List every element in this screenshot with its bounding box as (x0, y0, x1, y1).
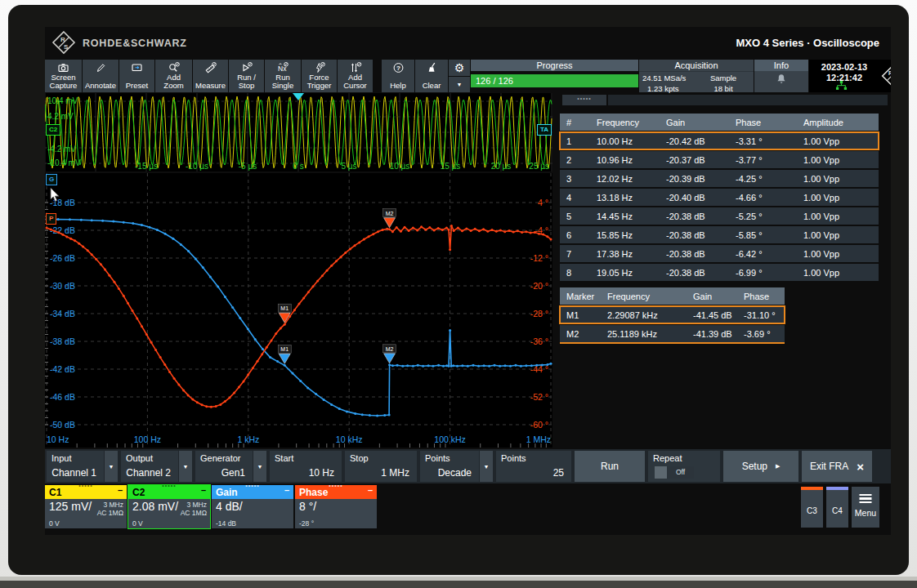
wave-y-label: 10.4 mV (47, 96, 78, 105)
phase-tick-label: -36 ° (530, 336, 548, 346)
table-row[interactable]: M12.29087 kHz-41.45 dB-31.10 ° (560, 306, 785, 323)
table-header: #FrequencyGainPhaseAmplitude (560, 114, 879, 131)
channel2-tile[interactable]: C2 ••••• – 2.08 mV/ 3 MHzAC 1MΩ 0 V (128, 485, 210, 528)
channel3-button[interactable]: C3 (801, 487, 823, 528)
phase-offset: -28 ° (299, 519, 314, 528)
run-button[interactable]: Run (575, 451, 645, 482)
preset-display-icon (131, 62, 143, 74)
table-row[interactable]: M225.1189 kHz-41.39 dB-3.69 ° (560, 325, 785, 342)
trigger-position-icon[interactable] (293, 93, 304, 100)
rs-mini-logo-icon: RS (881, 65, 891, 87)
channel1-tile[interactable]: C1 ••••• – 125 mV/ 3 MHzAC 1MΩ 0 V (45, 485, 127, 528)
stop-frequency-field[interactable]: Stop 1 MHz (345, 451, 417, 482)
acquisition-title: Acquisition (639, 60, 754, 72)
gain-trace-badge[interactable]: G (46, 174, 57, 185)
fra-bode-chart-panel[interactable]: -18 dB-22 dB-26 dB-30 dB-34 dB-38 dB-42 … (45, 173, 552, 448)
exit-fra-button[interactable]: Exit FRA × (802, 451, 872, 482)
phase-tile[interactable]: Phase ••••• – 8 °/ -28 ° (295, 485, 377, 528)
add-cursor-button[interactable]: Add Cursor (338, 60, 373, 92)
toggle-state: Off (667, 466, 694, 479)
table-row[interactable]: 110.00 Hz-20.42 dB-3.31 °1.00 Vpp (560, 132, 879, 149)
minimize-icon[interactable]: – (368, 485, 373, 495)
run-stop-button[interactable]: Run / Stop (229, 60, 264, 92)
marker-m2-icon[interactable] (384, 218, 396, 228)
setup-button[interactable]: Setup ▶ (723, 451, 798, 482)
table-row[interactable]: 514.45 Hz-20.38 dB-5.25 °1.00 Vpp (560, 207, 879, 225)
channel4-button[interactable]: C4 (826, 487, 848, 528)
screen-capture-button[interactable]: Screen Capture (45, 60, 82, 92)
output-select[interactable]: Output Channel 2 (121, 451, 178, 482)
sample-rate: 24.51 MSa/s (642, 74, 696, 82)
measure-button[interactable]: Measure (193, 60, 228, 92)
minimize-icon[interactable]: – (284, 485, 289, 495)
channel2-trace-badge[interactable]: C2 (46, 124, 60, 136)
start-frequency-field[interactable]: Start 10 Hz (270, 451, 342, 482)
record-length: 1.23 kpts (642, 84, 696, 93)
repeat-toggle[interactable]: Off (655, 466, 694, 479)
clear-button[interactable]: Clear (415, 60, 448, 92)
marker-m2-icon[interactable] (384, 354, 396, 363)
grip-dots: ••••• (245, 483, 259, 488)
phase-tick-label: -52 ° (530, 392, 548, 402)
table-row[interactable]: 210.96 Hz-20.37 dB-3.77 °1.00 Vpp (560, 151, 879, 168)
minimize-icon[interactable]: – (201, 485, 206, 495)
gain-tile[interactable]: Gain ••••• – 4 dB/ -14 dB (212, 485, 293, 528)
device-bezel: R S ROHDE&SCHWARZ MXO 4 Series · Oscillo… (8, 5, 909, 575)
points-mode-select[interactable]: Points Decade (420, 451, 479, 482)
wave-x-label: 0 s (293, 162, 303, 171)
run-single-button[interactable]: Nx Run Single (265, 60, 301, 92)
datetime-block[interactable]: 2023-02-13 12:21:42 RS (809, 60, 891, 92)
grip-dots: ••••• (329, 483, 342, 488)
date-text: 2023-02-13 (812, 62, 876, 72)
broom-icon (426, 62, 438, 74)
channel2-label: C2 (132, 487, 145, 498)
help-icon: ? (392, 62, 405, 74)
frequency-tick-label: 100 Hz (134, 434, 161, 444)
marker-m1-icon[interactable] (279, 354, 290, 363)
annotate-button[interactable]: Annotate (83, 60, 119, 92)
gain-curve (47, 220, 551, 416)
phase-tick-label: 4 ° (538, 198, 548, 207)
force-trigger-button[interactable]: Force Trigger (302, 60, 337, 92)
gear-icon[interactable]: ⚙ (449, 60, 470, 76)
table-row[interactable]: 615.85 Hz-20.38 dB-5.85 °1.00 Vpp (560, 226, 879, 243)
wave-x-label: 15 µs (441, 162, 461, 171)
svg-text:?: ? (396, 65, 400, 72)
results-panel-grip[interactable]: ••••• (562, 95, 606, 105)
trigger-a-badge[interactable]: TA (537, 124, 552, 136)
menu-button[interactable]: Menu (852, 487, 879, 528)
repeat-control: Repeat Off (648, 451, 720, 482)
input-select[interactable]: Input Channel 1 (47, 451, 104, 482)
svg-text:S: S (64, 43, 69, 51)
phase-trace-badge[interactable]: P (46, 213, 56, 225)
table-row[interactable]: 413.18 Hz-20.40 dB-4.66 °1.00 Vpp (560, 189, 879, 206)
bell-icon (775, 73, 788, 86)
svg-text:M1: M1 (280, 305, 289, 311)
zoom-magnifier-icon (168, 62, 181, 74)
table-row[interactable]: 717.38 Hz-20.38 dB-6.42 °1.00 Vpp (560, 245, 879, 262)
acquisition-block: Acquisition 24.51 MSa/s Sample 1.23 kpts… (639, 60, 754, 92)
minimize-icon[interactable]: – (118, 485, 123, 495)
generator-select[interactable]: Generator Gen1 (195, 451, 253, 482)
wave-x-label: 20 µs (491, 162, 512, 171)
table-row[interactable]: 312.02 Hz-20.39 dB-4.25 °1.00 Vpp (560, 170, 879, 187)
brand-text: ROHDE&SCHWARZ (83, 38, 187, 49)
points-count-field[interactable]: Points 25 (496, 451, 571, 482)
add-zoom-button[interactable]: Add Zoom (155, 60, 192, 92)
output-dropdown-chevron-icon[interactable]: ▼ (179, 451, 192, 482)
svg-text:M1: M1 (280, 346, 289, 352)
acquisition-waveform-panel[interactable]: 10.4 mV4.2 mV-4.2 mV-10.4 mV-15 µs-10 µs… (45, 93, 552, 172)
generator-dropdown-chevron-icon[interactable]: ▼ (253, 451, 266, 482)
toolbar-expand-chevron-icon[interactable]: ▼ (449, 77, 470, 93)
network-status-icon (835, 81, 848, 91)
help-button[interactable]: ? Help (382, 60, 414, 92)
run-single-icon: Nx (276, 62, 289, 74)
results-panel-header-strip (608, 95, 888, 105)
gain-tick-label: -34 dB (50, 309, 75, 318)
table-row[interactable]: 819.05 Hz-20.38 dB-6.99 °1.00 Vpp (560, 264, 879, 281)
info-block[interactable]: Info (754, 60, 808, 92)
points-mode-dropdown-chevron-icon[interactable]: ▼ (480, 451, 493, 482)
channel2-scale: 2.08 mV/ (132, 500, 178, 513)
input-dropdown-chevron-icon[interactable]: ▼ (105, 451, 118, 482)
preset-button[interactable]: Preset (119, 60, 154, 92)
